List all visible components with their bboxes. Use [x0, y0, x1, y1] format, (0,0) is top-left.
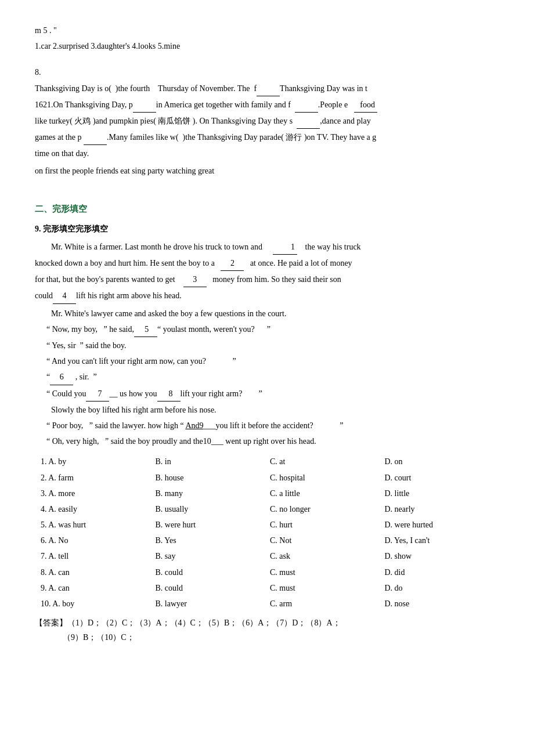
opt-10-num: 10. A. boy: [41, 596, 156, 611]
top-section: m 5 . " 1.car 2.surprised 3.daughter's 4…: [35, 23, 499, 53]
opt-5-c: C. hurt: [270, 518, 385, 532]
dialogue-3: “ And you can't lift your right arm now,…: [35, 354, 499, 368]
passage-line-2: 1621.On Thanksgiving Day, p in America g…: [35, 97, 499, 113]
dialogue-7: “ Oh, very high, ” said the boy proudly …: [35, 434, 499, 448]
m5-line: m 5 . ": [35, 23, 499, 38]
opt-3-c: C. a little: [270, 486, 385, 501]
word-bank: on first the people friends eat sing par…: [35, 164, 499, 178]
option-row-7: 7. A. tell B. say C. ask D. show: [35, 549, 499, 563]
section8-block: 8. Thanksgiving Day is o( )the fourth Th…: [35, 65, 499, 178]
opt-8-num: 8. A. can: [41, 565, 156, 580]
word-list-line: 1.car 2.surprised 3.daughter's 4.looks 5…: [35, 39, 499, 53]
option-row-5: 5. A. was hurt B. were hurt C. hurt D. w…: [35, 518, 499, 532]
opt-7-d: D. show: [385, 549, 500, 563]
section2-title: 二、完形填空: [35, 201, 499, 217]
opt-3-num: 3. A. more: [41, 486, 156, 501]
opt-1-num: 1. A. by: [41, 454, 156, 469]
opt-5-num: 5. A. was hurt: [41, 518, 156, 532]
opt-5-b: B. were hurt: [156, 518, 270, 532]
dialogue-2: “ Yes, sir ” said the boy.: [35, 338, 499, 353]
option-row-8: 8. A. can B. could C. must D. did: [35, 565, 499, 580]
opt-4-num: 4. A. easily: [41, 502, 156, 516]
opt-6-b: B. Yes: [156, 533, 270, 548]
opt-6-d: D. Yes, I can't: [385, 533, 500, 548]
opt-7-num: 7. A. tell: [41, 549, 156, 563]
option-row-1: 1. A. by B. in C. at D. on: [35, 454, 499, 469]
answers-label: 【答案】: [35, 618, 67, 627]
opt-8-d: D. did: [385, 565, 500, 580]
option-row-2: 2. A. farm B. house C. hospital D. court: [35, 471, 499, 485]
opt-2-c: C. hospital: [270, 471, 385, 485]
passage-line-5: time on that day.: [35, 146, 499, 161]
opt-4-d: D. nearly: [385, 502, 500, 516]
passage-line-3: like turkey( 火鸡 )and pumpkin pies( 南瓜馅饼 …: [35, 114, 499, 129]
opt-1-b: B. in: [156, 454, 270, 469]
option-row-3: 3. A. more B. many C. a little D. little: [35, 486, 499, 501]
opt-7-c: C. ask: [270, 549, 385, 563]
passage-line-4: games at the p .Many familes like w( )th…: [35, 130, 499, 145]
opt-3-b: B. many: [156, 486, 270, 501]
passage-slowly: Slowly the boy lifted his right arm befo…: [35, 403, 499, 417]
dialogue-6: “ Poor boy, ” said the lawyer. how high …: [35, 418, 499, 433]
passage-p2: Mr. White's lawyer came and asked the bo…: [35, 306, 499, 321]
question9-title: 9. 完形填空完形填空: [35, 222, 499, 236]
opt-2-b: B. house: [156, 471, 270, 485]
opt-2-d: D. court: [385, 471, 500, 485]
passage-p1-line1: Mr. White is a farmer. Last month he dro…: [35, 240, 499, 255]
question8-number: 8.: [35, 65, 499, 79]
opt-4-b: B. usually: [156, 502, 270, 516]
opt-1-c: C. at: [270, 454, 385, 469]
passage-p1-line3: for that, but the boy's parents wanted t…: [35, 272, 499, 287]
opt-1-d: D. on: [385, 454, 500, 469]
passage-p1-line2: knocked down a boy and hurt him. He sent…: [35, 256, 499, 271]
opt-4-c: C. no longer: [270, 502, 385, 516]
answers-block: 【答案】（1）D；（2）C；（3）A；（4）C；（5）B；（6）A；（7）D；（…: [35, 616, 499, 645]
option-row-4: 4. A. easily B. usually C. no longer D. …: [35, 502, 499, 516]
dialogue-4: “ 6 , sir. ”: [35, 370, 499, 385]
opt-8-c: C. must: [270, 565, 385, 580]
opt-9-c: C. must: [270, 581, 385, 595]
opt-6-num: 6. A. No: [41, 533, 156, 548]
dialogue-1: “ Now, my boy, ” he said, 5 “ youlast mo…: [35, 322, 499, 337]
answers-text: （1）D；（2）C；（3）A；（4）C；（5）B；（6）A；（7）D；（8）A；: [67, 618, 341, 627]
opt-5-d: D. were hurted: [385, 518, 500, 532]
option-row-6: 6. A. No B. Yes C. Not D. Yes, I can't: [35, 533, 499, 548]
opt-3-d: D. little: [385, 486, 500, 501]
opt-9-d: D. do: [385, 581, 500, 595]
opt-2-num: 2. A. farm: [41, 471, 156, 485]
opt-10-d: D. nose: [385, 596, 500, 611]
opt-9-num: 9. A. can: [41, 581, 156, 595]
passage-line-1: Thanksgiving Day is o( )the fourth Thurs…: [35, 81, 499, 96]
passage-p1-line4: could 4 lift his right arm above his hea…: [35, 288, 499, 303]
section9-block: 9. 完形填空完形填空 Mr. White is a farmer. Last …: [35, 222, 499, 645]
option-row-10: 10. A. boy B. lawyer C. arm D. nose: [35, 596, 499, 611]
dialogue-5: “ Could you 7 __ us how you 8 lift your …: [35, 386, 499, 401]
opt-10-b: B. lawyer: [156, 596, 270, 611]
opt-9-b: B. could: [156, 581, 270, 595]
option-row-9: 9. A. can B. could C. must D. do: [35, 581, 499, 595]
opt-8-b: B. could: [156, 565, 270, 580]
opt-6-c: C. Not: [270, 533, 385, 548]
opt-10-c: C. arm: [270, 596, 385, 611]
answers-text2: （9）B；（10）C；: [35, 630, 499, 645]
opt-7-b: B. say: [156, 549, 270, 563]
options-block: 1. A. by B. in C. at D. on 2. A. farm B.…: [35, 454, 499, 611]
